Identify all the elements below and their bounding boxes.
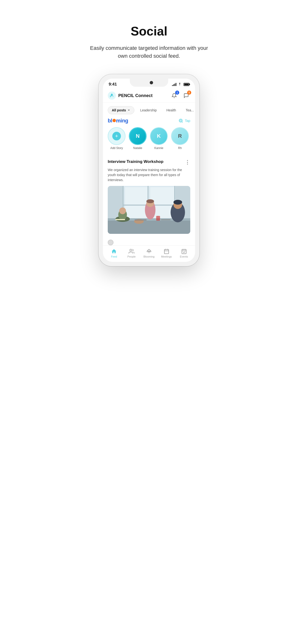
stories-section: blming Tap + Add Story	[103, 118, 195, 154]
phone-frame: 9:41	[99, 74, 199, 266]
home-icon	[111, 248, 117, 254]
svg-rect-32	[164, 250, 169, 254]
post-header: Interview Training Workshop ⋮	[108, 159, 190, 166]
story-rh-avatar: R	[172, 128, 188, 144]
battery-icon	[184, 83, 189, 86]
svg-point-30	[130, 249, 132, 251]
hero-subtitle: Easily communicate targeted information …	[87, 44, 211, 60]
story-kannie-avatar: K	[151, 128, 167, 144]
nav-feed[interactable]: Feed	[105, 248, 123, 258]
message-badge: 5	[187, 90, 191, 95]
hero-title: Social	[87, 24, 211, 38]
header-icons: 1 5	[170, 92, 190, 100]
camera-notch	[150, 81, 153, 84]
post-body: We organized an interview training sessi…	[108, 168, 190, 182]
story-natalie-label: Natalie	[133, 146, 142, 150]
filter-tab-leadership[interactable]: Leadership	[136, 106, 161, 114]
app-name: PENCIL Connect	[118, 93, 153, 98]
story-natalie-avatar: N	[129, 128, 146, 144]
status-bar: 9:41	[103, 78, 195, 89]
svg-point-5	[180, 120, 182, 122]
story-add-label: Add Story	[110, 146, 123, 150]
nav-blooming-label: Blooming	[143, 255, 155, 258]
nav-feed-label: Feed	[111, 255, 117, 258]
filter-tabs: All posts Leadership Health Tea...	[103, 103, 195, 118]
tap-button[interactable]: Tap	[179, 118, 190, 123]
svg-point-24	[174, 200, 182, 204]
stories-header: blming Tap	[108, 118, 190, 124]
profile-indicator	[103, 238, 195, 245]
nav-meetings[interactable]: Meetings	[158, 248, 175, 258]
story-kannie-label: Kannie	[154, 146, 163, 150]
story-kannie[interactable]: K Kannie	[150, 127, 168, 150]
nav-events[interactable]: Events	[175, 248, 193, 258]
bottom-nav: Feed People Blooming	[103, 245, 195, 262]
story-kannie-ring: K	[150, 127, 168, 145]
blooming-dot	[112, 119, 116, 122]
filter-tab-health[interactable]: Health	[163, 106, 180, 114]
tap-label: Tap	[185, 119, 190, 123]
svg-rect-26	[135, 220, 146, 220]
svg-point-4	[179, 119, 182, 122]
meetings-icon	[164, 248, 169, 254]
wifi-icon	[178, 82, 182, 86]
app-logo-area: PENCIL Connect	[108, 92, 153, 100]
story-natalie-ring: N	[129, 127, 146, 145]
hero-section: Social Easily communicate targeted infor…	[77, 10, 221, 72]
phone-inner: 9:41	[103, 78, 195, 262]
story-add[interactable]: + Add Story	[108, 127, 125, 150]
stories-row: + Add Story N Natalie K Kannie	[108, 127, 190, 150]
app-logo-icon	[108, 92, 116, 100]
signal-icon	[172, 83, 176, 86]
post-title: Interview Training Workshop	[108, 159, 163, 164]
nav-meetings-label: Meetings	[161, 255, 172, 258]
svg-point-31	[148, 250, 150, 251]
post-section: Interview Training Workshop ⋮ We organiz…	[103, 156, 195, 238]
svg-point-21	[146, 199, 154, 203]
post-image	[108, 186, 190, 234]
filter-tab-tea[interactable]: Tea...	[182, 106, 195, 114]
story-rh[interactable]: R Rh	[171, 127, 189, 150]
story-rh-label: Rh	[178, 146, 182, 150]
add-story-ring: +	[108, 127, 125, 145]
nav-people[interactable]: People	[123, 248, 140, 258]
svg-rect-29	[115, 219, 125, 220]
notification-button[interactable]: 1	[170, 92, 178, 100]
blooming-logo: blming	[108, 118, 128, 124]
status-icons	[172, 82, 189, 86]
svg-rect-28	[156, 216, 160, 221]
filter-tab-all-posts[interactable]: All posts	[108, 106, 134, 114]
events-icon	[181, 248, 187, 254]
notch	[130, 78, 168, 87]
svg-point-2	[110, 95, 111, 97]
nav-blooming[interactable]: Blooming	[140, 248, 158, 258]
app-header: PENCIL Connect 1 5	[103, 89, 195, 103]
notification-badge: 1	[175, 90, 179, 95]
story-natalie[interactable]: N Natalie	[129, 127, 146, 150]
story-rh-ring: R	[171, 127, 189, 145]
people-icon	[129, 248, 134, 254]
post-menu-button[interactable]: ⋮	[185, 159, 190, 166]
svg-rect-36	[182, 250, 186, 254]
message-button[interactable]: 5	[182, 92, 190, 100]
status-time: 9:41	[109, 82, 117, 87]
svg-point-3	[112, 95, 114, 97]
add-story-plus: +	[112, 132, 121, 140]
nav-events-label: Events	[180, 255, 188, 258]
blooming-icon	[146, 248, 152, 254]
svg-rect-27	[161, 220, 171, 220]
svg-point-18	[119, 208, 126, 214]
nav-people-label: People	[127, 255, 135, 258]
